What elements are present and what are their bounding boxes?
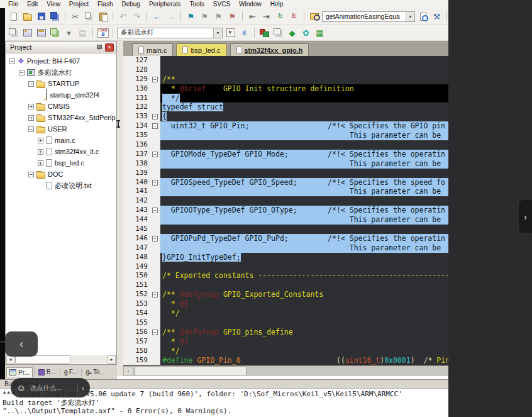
manage-books-icon[interactable]: ▦ [314, 27, 326, 38]
tree-item-7[interactable]: +main.c [6, 135, 116, 146]
chevron-down-icon[interactable]: ▾ [213, 28, 222, 38]
collapse-icon[interactable]: − [28, 126, 34, 132]
copy-icon[interactable] [83, 11, 95, 22]
menu-flash[interactable]: Flash [93, 1, 117, 8]
expand-icon[interactable]: + [28, 115, 34, 121]
batch-build-icon[interactable] [49, 27, 61, 38]
expand-icon[interactable]: + [38, 160, 43, 166]
fold-collapse-icon[interactable]: − [152, 292, 158, 297]
tab-bsp_led-c[interactable]: bsp_led.c [176, 43, 226, 56]
books-tab-tab[interactable]: B... [36, 367, 58, 377]
target-dropdown-icon[interactable] [224, 27, 236, 38]
file-extensions-icon[interactable] [272, 27, 284, 38]
build-icon[interactable] [21, 27, 33, 38]
update-packs-icon[interactable]: ✿ [300, 27, 312, 38]
tree-item-6[interactable]: −USER [6, 123, 116, 135]
menu-svcs[interactable]: SVCS [209, 1, 235, 8]
rebuild-all-icon[interactable] [35, 27, 47, 38]
function-select[interactable]: getAnimationEasingEqua▾ [322, 11, 415, 22]
fold-collapse-icon[interactable]: − [152, 152, 158, 157]
find-in-files-icon[interactable] [308, 11, 320, 22]
fold-collapse-icon[interactable]: − [152, 114, 158, 120]
menu-file[interactable]: File [4, 1, 23, 8]
fold-collapse-icon[interactable]: − [152, 236, 158, 242]
code-area[interactable]: 127128129−/**130 * @brief GPIO Init stru… [123, 56, 448, 365]
save-icon[interactable] [35, 11, 47, 22]
scroll-right-icon[interactable]: ▸ [108, 355, 116, 364]
scroll-left-icon[interactable]: ‹ [123, 366, 133, 376]
tree-item-1[interactable]: −多彩流水灯 [6, 67, 116, 78]
tree-item-5[interactable]: +STM32F4xx_StdPerip [6, 112, 116, 123]
tab-main-c[interactable]: main.c [132, 43, 173, 56]
bookmark-toggle-icon[interactable]: ⚑ [185, 11, 197, 22]
undo-icon[interactable]: ↶ [117, 11, 129, 22]
pin-icon[interactable] [96, 44, 102, 51]
indent-left-icon[interactable]: ⇤ [247, 11, 258, 22]
collapse-icon[interactable]: − [28, 81, 34, 87]
tree-item-9[interactable]: +bsp_led.c [6, 157, 116, 169]
tree-item-3[interactable]: ⚠startup_stm32f4 [6, 89, 116, 101]
target-select[interactable]: 多彩流水灯▾ [117, 28, 223, 38]
paste-icon[interactable] [97, 11, 109, 22]
collapse-icon[interactable]: − [28, 172, 34, 177]
pack-installer-icon[interactable]: ◆ [286, 27, 298, 38]
build-menu-icon[interactable]: ▾ [63, 27, 75, 38]
menu-debug[interactable]: Debug [117, 1, 144, 8]
fold-collapse-icon[interactable]: − [152, 180, 158, 186]
save-all-icon[interactable] [49, 11, 61, 22]
stop-build-icon[interactable]: ▤ [77, 27, 89, 38]
expand-panel-button[interactable]: › [518, 199, 532, 233]
editor-hscrollbar[interactable]: ‹ [123, 365, 448, 376]
functions-tab-tab[interactable]: {}F... [62, 367, 80, 377]
project-tab-tab[interactable]: Pr... [6, 367, 33, 377]
manage-runtime-icon[interactable] [258, 27, 270, 38]
menu-project[interactable]: Project [65, 1, 93, 8]
fold-collapse-icon[interactable]: − [152, 123, 158, 129]
bookmark-prev-icon[interactable]: ⚑ [199, 11, 211, 22]
menu-view[interactable]: View [42, 1, 65, 8]
bookmark-clear-icon[interactable]: ⚑ [226, 11, 238, 22]
tree-item-8[interactable]: +stm32f4xx_it.c [6, 146, 116, 157]
collapse-icon[interactable]: − [9, 58, 15, 64]
collapse-icon[interactable]: ‹ [82, 384, 84, 392]
scroll-thumb[interactable] [135, 366, 247, 376]
cut-icon[interactable]: ✂ [69, 11, 81, 22]
tab-stm32f4xx_gpio-h[interactable]: stm32f4xx_gpio.h [230, 43, 309, 56]
comment-bar[interactable]: ☺ 说点什么... ‹ [11, 378, 90, 398]
download-icon[interactable]: LOAD⇊ [97, 27, 109, 38]
fold-collapse-icon[interactable]: − [152, 77, 158, 82]
menu-peripherals[interactable]: Peripherals [145, 1, 186, 8]
menu-edit[interactable]: Edit [23, 1, 42, 8]
fold-collapse-icon[interactable]: − [152, 330, 158, 335]
tools-icon[interactable]: ⚒ [431, 11, 443, 22]
translate-file-icon[interactable] [8, 27, 19, 38]
open-file-icon[interactable] [21, 11, 33, 22]
tree-item-4[interactable]: +CMSIS [6, 101, 116, 112]
uncomment-icon[interactable]: /≡ [288, 11, 300, 22]
chevron-down-icon[interactable]: ▾ [406, 12, 414, 21]
tree-item-11[interactable]: 必读说明.txt [6, 180, 116, 191]
navigate-forward-icon[interactable]: → [165, 11, 177, 22]
tree-item-10[interactable]: −DOC [6, 169, 116, 180]
show-references-icon[interactable] [417, 11, 429, 22]
target-options-icon[interactable]: ✳ [238, 27, 250, 38]
menu-help[interactable]: Help [266, 1, 288, 8]
templates-tab-tab[interactable]: {}₊Te... [83, 367, 108, 377]
close-icon[interactable]: × [105, 43, 114, 52]
panel-splitter[interactable] [117, 41, 123, 376]
expand-icon[interactable]: + [38, 138, 43, 143]
new-file-icon[interactable] [8, 11, 19, 22]
bookmark-next-icon[interactable]: ⚑ [213, 11, 224, 22]
navigate-back-icon[interactable]: ← [151, 11, 163, 22]
expand-icon[interactable]: + [38, 149, 43, 155]
collapse-icon[interactable]: − [19, 70, 25, 75]
tree-item-0[interactable]: −❖Project: BH-F407 [6, 55, 116, 67]
fold-collapse-icon[interactable]: − [152, 208, 158, 213]
menu-window[interactable]: Window [235, 1, 266, 8]
back-button[interactable]: ‹ [5, 331, 38, 357]
tree-item-2[interactable]: −STARTUP [6, 78, 116, 89]
indent-right-icon[interactable]: ⇥ [260, 11, 272, 22]
menu-tools[interactable]: Tools [186, 1, 209, 8]
comment-icon[interactable]: /≡ [274, 11, 286, 22]
expand-icon[interactable]: + [28, 104, 34, 109]
